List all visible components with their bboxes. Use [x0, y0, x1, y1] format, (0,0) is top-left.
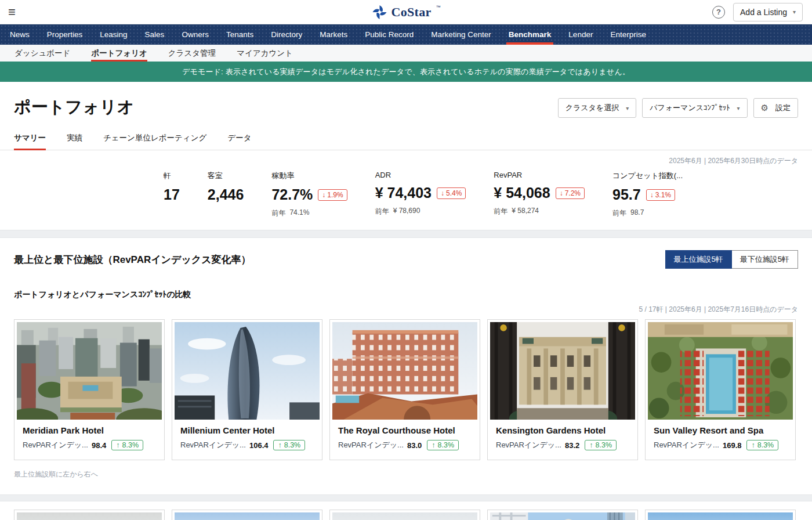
metric-value: 106.4	[249, 441, 269, 450]
demo-mode-banner: デモモード: 表示されている実績データはモデル化されたデータで、表示されているホ…	[0, 62, 812, 82]
metric-label: RevPARインデッ...	[654, 440, 719, 450]
kpi-label: 稼動率	[271, 171, 347, 181]
tab-chain-reporting[interactable]: チェーン単位レポーティング	[103, 133, 206, 150]
tab-summary[interactable]: サマリー	[14, 133, 46, 150]
hotel-card-partial[interactable]	[172, 510, 322, 520]
primary-nav: News Properties Leasing Sales Owners Ten…	[0, 24, 812, 45]
hamburger-menu-icon[interactable]: ≡	[8, 6, 16, 19]
change-value: 5.4%	[446, 189, 462, 197]
toggle-top5-button[interactable]: 最上位施設5軒	[665, 250, 732, 269]
tab-data[interactable]: データ	[227, 133, 251, 150]
kpi-value: 2,446	[208, 186, 244, 203]
kpi-adr: ADR ¥ 74,403 ↓ 5.4% 前年¥ 78,690	[375, 171, 466, 218]
caret-down-icon: ▾	[737, 105, 740, 111]
settings-label: 設定	[775, 103, 791, 113]
change-value: 7.2%	[565, 189, 581, 197]
nav-item-tenants[interactable]: Tenants	[217, 24, 262, 45]
metric-value: 83.2	[565, 441, 579, 450]
hotel-card-partial[interactable]	[487, 510, 638, 520]
prev-value: ¥ 58,274	[512, 207, 539, 216]
prev-value: 74.1%	[289, 208, 309, 218]
change-badge: ↑ 8.3%	[746, 440, 778, 450]
kpi-label: コンプセット指数(...	[612, 171, 683, 181]
page-title: ポートフォリオ	[14, 96, 134, 119]
arrow-down-icon: ↓	[650, 191, 654, 199]
change-value: 8.3%	[122, 441, 139, 449]
hotel-name: Millenium Center Hotel	[180, 425, 314, 435]
nav-item-marketing-center[interactable]: Marketing Center	[422, 24, 500, 45]
hotel-photo	[17, 512, 162, 520]
change-value: 8.3%	[284, 441, 301, 449]
tab-performance[interactable]: 実績	[67, 133, 82, 150]
arrow-up-icon: ↑	[278, 441, 281, 449]
nav-item-directory[interactable]: Directory	[262, 24, 311, 45]
hotel-card-kensington-gardens[interactable]: Kensington Gardens Hotel RevPARインデッ... 8…	[487, 319, 638, 460]
hotel-photo	[175, 512, 320, 520]
hotel-card-partial[interactable]	[14, 510, 165, 520]
nav-item-leasing[interactable]: Leasing	[91, 24, 136, 45]
change-badge: ↑ 8.3%	[273, 440, 305, 450]
metric-label: RevPARインデッ...	[180, 440, 246, 450]
nav-item-lender[interactable]: Lender	[560, 24, 601, 45]
prev-value: 98.7	[630, 208, 644, 218]
prev-value: ¥ 78,690	[393, 207, 420, 216]
metric-value: 98.4	[92, 441, 106, 450]
kpi-label: RevPAR	[494, 171, 585, 179]
demo-mode-text: デモモード: 表示されている実績データはモデル化されたデータで、表示されているホ…	[182, 67, 630, 77]
hotel-card-partial[interactable]	[645, 510, 796, 520]
metric-label: RevPARインデッ...	[496, 440, 561, 450]
toggle-bottom5-button[interactable]: 最下位施設5軒	[732, 250, 798, 269]
nav-item-news[interactable]: News	[1, 24, 38, 45]
metric-label: RevPARインデッ...	[338, 440, 404, 450]
kpi-value: ¥ 54,068	[494, 185, 550, 201]
kpi-occupancy: 稼動率 72.7% ↓ 1.9% 前年74.1%	[271, 171, 347, 218]
kpi-value: ¥ 74,403	[375, 185, 432, 201]
kpi-rooms: 客室 2,446	[208, 171, 244, 218]
hotel-name: Meridian Park Hotel	[23, 425, 156, 435]
arrow-up-icon: ↑	[589, 441, 593, 449]
nav-item-public-record[interactable]: Public Record	[356, 24, 422, 45]
cluster-select-dropdown[interactable]: クラスタを選択 ▾	[558, 98, 637, 118]
change-badge: ↓ 5.4%	[437, 187, 466, 199]
arrow-down-icon: ↓	[560, 189, 563, 197]
hotel-card-millenium-center[interactable]: Millenium Center Hotel RevPARインデッ... 106…	[172, 319, 322, 460]
subnav-item-my-account[interactable]: マイアカウント	[237, 45, 293, 62]
nav-item-benchmark[interactable]: Benchmark	[500, 24, 560, 45]
logo-text: CoStar	[391, 5, 431, 20]
comparison-subtitle: ポートフォリオとパフォーマンスｺﾝﾌﾟｾｯﾄの比較	[14, 290, 798, 300]
arrow-up-icon: ↑	[432, 441, 435, 449]
change-badge: ↑ 8.3%	[111, 440, 143, 450]
subnav-item-portfolio[interactable]: ポートフォリオ	[91, 45, 147, 62]
cards-meta-date: 5 / 17軒 | 2025年6月 | 2025年7月16日時点のデータ	[14, 305, 798, 315]
subnav-item-cluster-management[interactable]: クラスタ管理	[168, 45, 216, 62]
section-divider	[0, 230, 812, 238]
change-value: 1.9%	[327, 191, 343, 199]
section-divider	[0, 494, 812, 501]
caret-down-icon: ▾	[793, 9, 796, 15]
compset-select-dropdown[interactable]: パフォーマンスｺﾝﾌﾟｾｯﾄ ▾	[642, 98, 747, 118]
nav-item-sales[interactable]: Sales	[136, 24, 173, 45]
costar-logo[interactable]: CoStar ™	[372, 5, 440, 20]
subnav-item-dashboard[interactable]: ダッシュボード	[14, 45, 70, 62]
add-a-listing-button[interactable]: Add a Listing ▾	[733, 3, 803, 21]
hotel-card-royal-courthouse[interactable]: The Royal Courthouse Hotel RevPARインデッ...…	[329, 319, 480, 460]
nav-item-properties[interactable]: Properties	[38, 24, 92, 45]
hotel-card-partial[interactable]	[329, 510, 480, 520]
hotel-photo	[648, 512, 793, 520]
top-bar: ≡ CoStar ™ ? Add a Listing ▾	[0, 0, 812, 24]
nav-item-markets[interactable]: Markets	[311, 24, 356, 45]
help-icon[interactable]: ?	[712, 6, 725, 19]
nav-item-owners[interactable]: Owners	[173, 24, 217, 45]
hotel-card-sun-valley[interactable]: Sun Valley Resort and Spa RevPARインデッ... …	[645, 319, 796, 460]
metric-value: 83.0	[407, 441, 422, 450]
change-badge: ↓ 3.1%	[646, 189, 675, 201]
change-value: 3.1%	[655, 191, 671, 199]
nav-item-enterprise[interactable]: Enterprise	[601, 24, 655, 45]
kpi-properties: 軒 17	[164, 171, 180, 218]
secondary-nav: ダッシュボード ポートフォリオ クラスタ管理 マイアカウント	[0, 45, 812, 62]
settings-button[interactable]: ⚙ 設定	[753, 98, 798, 118]
hotel-photo	[490, 512, 635, 520]
hotel-card-meridian-park[interactable]: Meridian Park Hotel RevPARインデッ... 98.4 ↑…	[14, 319, 165, 460]
top-bottom-toggle: 最上位施設5軒 最下位施設5軒	[665, 250, 798, 269]
prev-label: 前年	[494, 207, 507, 216]
